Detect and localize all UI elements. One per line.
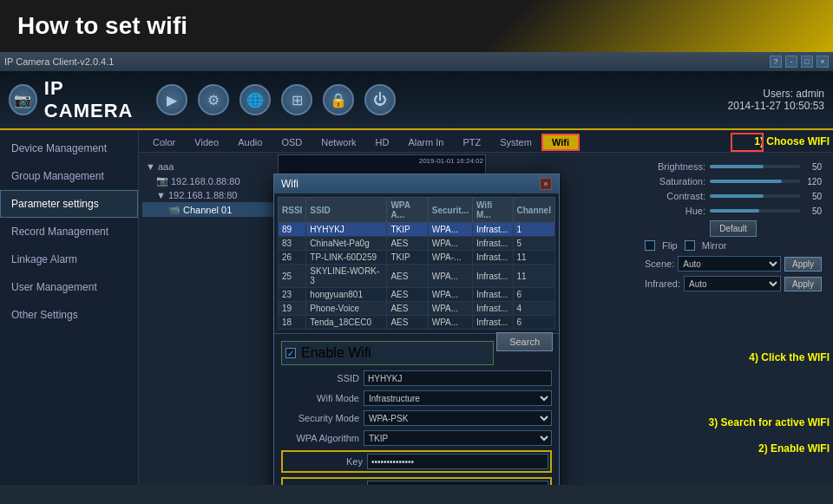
wifi-table-row[interactable]: 18Tenda_18CEC0AESWPA...Infrast...6 <box>279 316 555 330</box>
brightness-slider[interactable] <box>710 165 800 168</box>
retype-key-label: Re-type Key <box>285 483 363 485</box>
flip-checkbox[interactable] <box>645 240 655 251</box>
contrast-slider[interactable] <box>710 194 800 198</box>
sidebar-item-record-management[interactable]: Record Management <box>0 218 138 245</box>
sidebar-item-device-management[interactable]: Device Management <box>0 134 138 162</box>
right-panel: Brightness: 50 Saturation: 120 Contrast: <box>638 154 829 298</box>
tab-system[interactable]: System <box>490 134 541 150</box>
tree-camera-icon: 📷 <box>156 175 168 187</box>
tab-color[interactable]: Color <box>143 134 185 150</box>
col-wifi-m: Wifi M... <box>473 198 514 223</box>
wifi-table-row[interactable]: 83ChinaNet-Pa0gAESWPA...Infrast...5 <box>279 237 555 251</box>
brightness-value: 50 <box>800 162 822 172</box>
settings-icon[interactable]: ⚙ <box>198 84 229 115</box>
sidebar-item-parameter-settings[interactable]: Parameter settings <box>0 190 138 218</box>
wifi-mode-label: Wifi Mode <box>281 393 359 403</box>
wifi-table-row[interactable]: 19Phone-VoiceAESWPA...Infrast...4 <box>279 302 555 316</box>
wpa-algorithm-row: WPA Algorithm TKIP <box>281 430 552 446</box>
hue-label: Hue: <box>645 206 705 216</box>
hue-row: Hue: 50 <box>645 206 822 216</box>
wifi-table-row[interactable]: 25SKYLINE-WORK-3AESWPA...Infrast...11 <box>279 265 555 288</box>
tab-osd[interactable]: OSD <box>272 134 312 150</box>
enable-wifi-checkbox[interactable]: ✓ <box>285 348 296 358</box>
infrared-apply-button[interactable]: Apply <box>784 277 822 291</box>
tree-expand-icon2: ▼ <box>156 190 166 200</box>
col-channel: Channel <box>513 198 554 223</box>
annotation-3: 3) Search for active WIFI <box>709 416 830 429</box>
maximize-button[interactable]: □ <box>801 56 813 68</box>
ssid-input[interactable] <box>364 370 552 386</box>
power-icon[interactable]: ⏻ <box>364 84 396 115</box>
tab-network[interactable]: Network <box>312 134 365 150</box>
sidebar-item-group-management[interactable]: Group Management <box>0 162 138 190</box>
wpa-algorithm-label: WPA Algorithm <box>281 433 359 443</box>
app-title: IP Camera Client-v2.0.4.1 <box>4 56 114 67</box>
tab-wifi[interactable]: Wifi <box>541 134 580 151</box>
tasks-icon[interactable]: ⊞ <box>281 84 312 115</box>
wifi-mode-row: Wifi Mode Infrastructure <box>281 390 552 406</box>
sidebar-item-user-management[interactable]: User Management <box>0 273 138 301</box>
tab-alarm-in[interactable]: Alarm In <box>398 134 453 150</box>
hue-value: 50 <box>800 206 822 216</box>
wifi-table-row[interactable]: 89HYHYKJTKIPWPA...Infrast...1 <box>279 223 555 237</box>
mirror-checkbox[interactable] <box>685 240 695 251</box>
security-mode-label: Security Mode <box>281 413 359 423</box>
saturation-label: Saturation: <box>645 176 705 187</box>
contrast-fill <box>710 194 764 198</box>
minimize-button[interactable]: - <box>785 56 797 68</box>
tab-audio[interactable]: Audio <box>228 134 272 150</box>
enable-wifi-label: Enable Wifi <box>301 345 371 361</box>
infrared-label: Infrared: <box>645 278 680 289</box>
content-area: Color Video Audio OSD Network HD Alarm I… <box>139 130 833 485</box>
infrared-select[interactable]: Auto <box>684 276 781 291</box>
scene-apply-button[interactable]: Apply <box>784 257 822 272</box>
key-input[interactable] <box>367 454 548 469</box>
tab-bar: Color Video Audio OSD Network HD Alarm I… <box>139 130 833 153</box>
wifi-mode-select[interactable]: Infrastructure <box>364 390 552 406</box>
page-title: How to set wifi <box>17 12 187 40</box>
sidebar-item-linkage-alarm[interactable]: Linkage Alarm <box>0 245 138 273</box>
contrast-row: Contrast: 50 <box>645 191 822 201</box>
tab-video[interactable]: Video <box>185 134 228 150</box>
brightness-row: Brightness: 50 <box>645 161 822 172</box>
sidebar-item-other-settings[interactable]: Other Settings <box>0 301 138 329</box>
window-controls: ? - □ × <box>770 56 829 68</box>
scene-select[interactable]: Auto <box>678 256 781 272</box>
tree-root[interactable]: ▼ aaa <box>142 160 274 173</box>
play-icon[interactable]: ▶ <box>156 84 187 115</box>
tree-child-ip-label: 192.168.1.88:80 <box>168 190 238 200</box>
ssid-row: SSID <box>281 370 552 386</box>
tab-ptz[interactable]: PTZ <box>453 134 490 150</box>
security-mode-select[interactable]: WPA-PSK <box>364 410 552 426</box>
retype-key-input[interactable] <box>367 481 548 485</box>
wpa-algorithm-select[interactable]: TKIP <box>364 430 552 446</box>
toolbar-icons: ▶ ⚙ 🌐 ⊞ 🔒 ⏻ <box>148 84 728 115</box>
mirror-label: Mirror <box>702 240 727 251</box>
wifi-table-row[interactable]: 26TP-LINK-60D259TKIPWPA-...Infrast...11 <box>279 251 555 265</box>
tree-child-ip[interactable]: ▼ 192.168.1.88:80 <box>142 188 274 202</box>
lock-icon[interactable]: 🔒 <box>323 84 354 115</box>
wifi-table-row[interactable]: 23hongyuan801AESWPA...Infrast...6 <box>279 288 555 302</box>
hue-slider[interactable] <box>710 209 800 213</box>
default-button[interactable]: Default <box>710 220 757 237</box>
wifi-form: ✓ Enable Wifi SSID Wifi Mode Infrastruct… <box>274 333 559 485</box>
video-timestamp: 2019-01-01 16:24:02 <box>419 157 483 165</box>
search-button[interactable]: Search <box>496 332 553 351</box>
sidebar: Device Management Group Management Param… <box>0 130 139 485</box>
help-button[interactable]: ? <box>770 56 782 68</box>
users-label: Users: admin <box>728 88 824 100</box>
close-button[interactable]: × <box>817 56 829 68</box>
key-row: Key <box>281 450 552 473</box>
saturation-slider[interactable] <box>710 180 800 183</box>
dialog-close-button[interactable]: × <box>540 178 552 190</box>
saturation-fill <box>710 180 782 183</box>
enable-wifi-row: ✓ Enable Wifi <box>281 341 494 365</box>
tree-root-ip[interactable]: 📷 192.168.0.88:80 <box>142 173 274 188</box>
tree-expand-icon: ▼ <box>146 161 155 172</box>
tree-channel[interactable]: 📹 Channel 01 <box>142 202 274 217</box>
network-icon[interactable]: 🌐 <box>239 84 271 115</box>
contrast-value: 50 <box>800 192 822 201</box>
contrast-label: Contrast: <box>645 191 705 201</box>
tab-hd[interactable]: HD <box>366 134 399 150</box>
tree-channel-icon: 📹 <box>168 204 180 215</box>
